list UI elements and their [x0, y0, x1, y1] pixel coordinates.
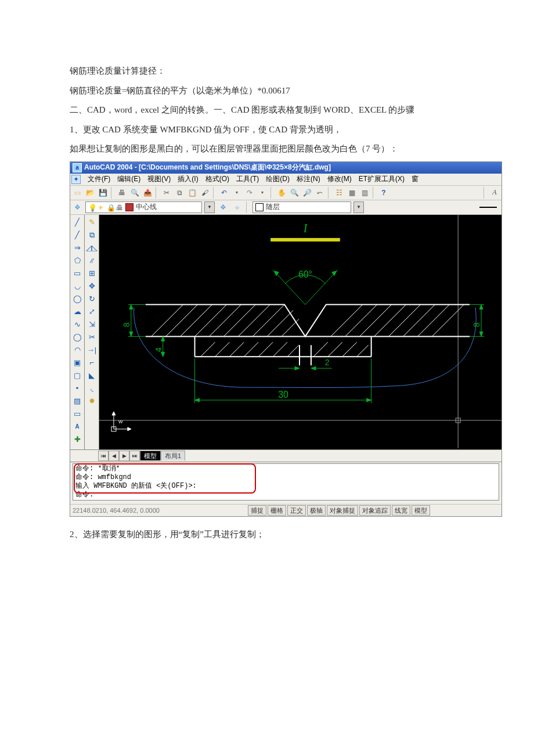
- app-menu-icon[interactable]: ✦: [71, 175, 81, 184]
- tab-next-icon[interactable]: ▶: [119, 451, 129, 461]
- cut-icon[interactable]: ✂: [161, 187, 172, 199]
- polygon-icon[interactable]: ⬠: [71, 255, 83, 267]
- copy-obj-icon[interactable]: ⧉: [86, 229, 98, 241]
- text-style-icon[interactable]: A: [489, 187, 500, 199]
- chamfer-icon[interactable]: ◣: [86, 370, 98, 381]
- menu-tools[interactable]: 工具(T): [235, 174, 260, 184]
- status-otrack[interactable]: 对象追踪: [359, 505, 391, 516]
- rotate-icon[interactable]: ↻: [86, 293, 98, 305]
- revcloud-icon[interactable]: ☁: [71, 306, 83, 318]
- redo-icon[interactable]: ↷: [244, 187, 255, 199]
- ellipse-arc-icon[interactable]: ◠: [71, 344, 83, 356]
- array-icon[interactable]: ⊞: [86, 268, 98, 279]
- svg-text:I: I: [303, 221, 308, 234]
- drawing-canvas[interactable]: W I 60°: [99, 215, 501, 449]
- zoom-win-icon[interactable]: 🔎: [301, 187, 313, 199]
- status-grid[interactable]: 栅格: [268, 505, 286, 516]
- tool-pal-icon[interactable]: ▥: [359, 187, 370, 199]
- status-lwt[interactable]: 线宽: [392, 505, 410, 516]
- layer-prev-icon[interactable]: ❖: [217, 201, 229, 213]
- paste-icon[interactable]: 📋: [186, 187, 198, 199]
- command-history[interactable]: 命令: *取消* 命令: wmfbkgnd 输入 WMFBKGND 的新值 <关…: [73, 463, 499, 501]
- move-icon[interactable]: ✥: [86, 280, 98, 292]
- xline-icon[interactable]: ╱: [71, 229, 83, 241]
- status-snap[interactable]: 捕捉: [248, 505, 266, 516]
- tab-first-icon[interactable]: ⏮: [98, 451, 109, 461]
- dc-icon[interactable]: ▦: [346, 187, 358, 199]
- extend-icon[interactable]: →|: [86, 344, 98, 356]
- pan-icon[interactable]: ✋: [276, 187, 287, 199]
- publish-icon[interactable]: 📤: [142, 187, 153, 199]
- menu-modify[interactable]: 修改(M): [326, 174, 353, 184]
- layer-mgr-icon[interactable]: ❖: [71, 201, 83, 213]
- menu-edit[interactable]: 编辑(E): [116, 174, 142, 184]
- menu-window[interactable]: 窗: [410, 174, 420, 184]
- color-combo[interactable]: 随层: [252, 201, 351, 213]
- spline-icon[interactable]: ∿: [71, 319, 83, 330]
- color-drop-icon[interactable]: ▼: [353, 201, 364, 213]
- menu-file[interactable]: 文件(F): [86, 174, 111, 184]
- save-icon[interactable]: 💾: [97, 187, 109, 199]
- svg-line-30: [417, 304, 449, 336]
- mirror-icon[interactable]: ◿◺: [86, 242, 98, 254]
- region-icon[interactable]: ▭: [71, 408, 83, 420]
- line-icon[interactable]: ╱: [71, 217, 83, 228]
- print-icon[interactable]: 🖶: [116, 187, 128, 199]
- make-block-icon[interactable]: ▢: [71, 370, 83, 381]
- tab-model[interactable]: 模型: [140, 451, 161, 460]
- rectangle-icon[interactable]: ▭: [71, 268, 83, 279]
- help-icon[interactable]: ?: [378, 187, 389, 199]
- layer-drop-icon[interactable]: ▼: [204, 201, 215, 213]
- svg-line-18: [209, 304, 241, 336]
- menu-insert[interactable]: 插入(I): [176, 174, 199, 184]
- undo-drop-icon[interactable]: ▾: [231, 187, 243, 199]
- svg-line-39: [313, 342, 328, 357]
- menu-et[interactable]: ET扩展工具(X): [358, 174, 406, 184]
- break-icon[interactable]: ⌐: [86, 357, 98, 369]
- window-title: AutoCAD 2004 - [C:\Documents and Setting…: [84, 163, 331, 172]
- sun-icon: ☀: [98, 204, 104, 211]
- offset-icon[interactable]: ⫽: [86, 255, 98, 267]
- extra-icon[interactable]: ✚: [71, 434, 83, 445]
- tab-layout1[interactable]: 布局1: [161, 451, 185, 460]
- tab-last-icon[interactable]: ⏭: [129, 451, 140, 461]
- circle-icon[interactable]: ◯: [71, 293, 83, 305]
- arc-icon[interactable]: ◡: [71, 280, 83, 292]
- zoom-rt-icon[interactable]: 🔍: [288, 187, 300, 199]
- ellipse-icon[interactable]: ◯: [71, 332, 83, 343]
- menu-format[interactable]: 格式(O): [204, 174, 230, 184]
- copy-icon[interactable]: ⧉: [174, 187, 185, 199]
- layer-combo[interactable]: 💡 ☀ 🔒 🖶 中心线: [85, 201, 202, 213]
- stretch-icon[interactable]: ⇲: [86, 319, 98, 330]
- redo-drop-icon[interactable]: ▾: [257, 187, 268, 199]
- point-icon[interactable]: •: [71, 383, 83, 394]
- new-icon[interactable]: ▭: [71, 187, 83, 199]
- properties-icon[interactable]: ☷: [333, 187, 345, 199]
- status-polar[interactable]: 极轴: [307, 505, 326, 516]
- preview-icon[interactable]: 🔍: [129, 187, 140, 199]
- insert-block-icon[interactable]: ▣: [71, 357, 83, 369]
- status-ortho[interactable]: 正交: [287, 505, 306, 516]
- toolbar-sep: [246, 201, 249, 213]
- mtext-icon[interactable]: A: [71, 421, 83, 433]
- trim-icon[interactable]: ✂: [86, 332, 98, 343]
- erase-icon[interactable]: ✎: [86, 217, 98, 228]
- fillet-icon[interactable]: ◟: [86, 383, 98, 394]
- explode-icon[interactable]: ✸: [86, 395, 98, 407]
- status-model[interactable]: 模型: [412, 505, 430, 516]
- svg-text:2: 2: [325, 358, 330, 367]
- hatch-icon[interactable]: ▨: [71, 395, 83, 407]
- menu-draw[interactable]: 绘图(D): [265, 174, 291, 184]
- open-icon[interactable]: 📂: [84, 187, 96, 199]
- pline-icon[interactable]: ⇒: [71, 242, 83, 254]
- match-icon[interactable]: 🖌: [199, 187, 211, 199]
- status-osnap[interactable]: 对象捕捉: [327, 505, 358, 516]
- zoom-prev-icon[interactable]: ⤺: [314, 187, 326, 199]
- tab-prev-icon[interactable]: ◀: [109, 451, 119, 461]
- layer-walk-icon[interactable]: ⟐: [231, 201, 243, 213]
- doc-line-4: 1、更改 CAD 系统变量 WMFBKGND 值为 OFF，使 CAD 背景为透…: [70, 123, 505, 138]
- menu-dim[interactable]: 标注(N): [295, 174, 322, 184]
- undo-icon[interactable]: ↶: [218, 187, 230, 199]
- menu-view[interactable]: 视图(V): [146, 174, 172, 184]
- scale-icon[interactable]: ⤢: [86, 306, 98, 318]
